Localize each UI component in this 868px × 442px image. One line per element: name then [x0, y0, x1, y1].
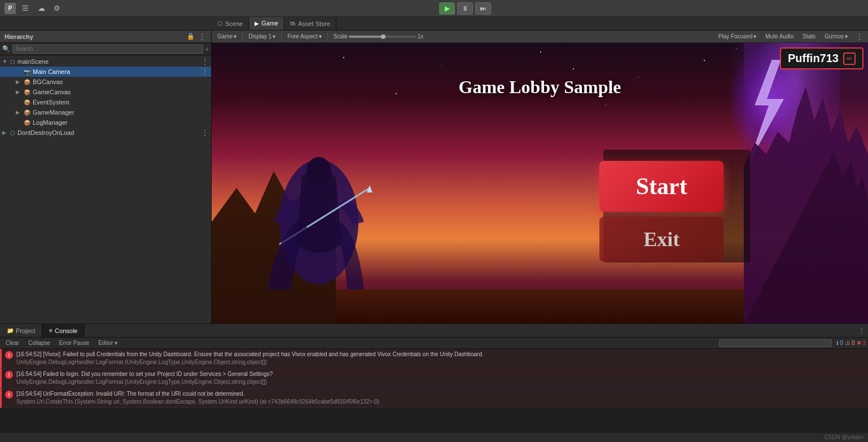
tree-item-logmanager[interactable]: ▶ 📦 LogManager	[0, 117, 211, 128]
tree-arrow-mainscene: ▼	[2, 59, 9, 64]
character-svg	[246, 132, 392, 312]
gameobj-icon-es: 📦	[24, 99, 30, 106]
tree-item-main-camera[interactable]: ▶ 📷 Main Camera ⋮	[0, 67, 211, 77]
game-toolbar-more-btn[interactable]: ⋮	[853, 32, 866, 41]
game-dropdown-arrow: ▾	[234, 33, 236, 40]
tab-console[interactable]: ≡ Console	[42, 324, 85, 337]
hierarchy-content: ▼ ⬡ mainScene ⋮ ▶ 📷 Main Camera ⋮ ▶ 📦 BG…	[0, 55, 211, 323]
mainscene-more-btn[interactable]: ⋮	[199, 57, 211, 66]
exit-button[interactable]: Exit	[599, 217, 724, 262]
arrow-bgcanvas: ▶	[16, 79, 23, 85]
tab-scene[interactable]: ⬡ Scene	[212, 17, 249, 30]
game-dropdown[interactable]: Game ▾	[214, 32, 240, 42]
tree-item-bgcanvas[interactable]: ▶ 📦 BGCanvas	[0, 77, 211, 87]
start-button[interactable]: Start	[599, 161, 724, 212]
display-dropdown[interactable]: Display 1 ▾	[245, 32, 279, 42]
console-text-2: [16:54:54] UriFormatException: Invalid U…	[16, 390, 865, 406]
tree-item-mainscene[interactable]: ▼ ⬡ mainScene ⋮	[0, 56, 211, 67]
play-focused-btn[interactable]: Play Focused ▾	[715, 32, 760, 42]
tab-asset-store[interactable]: 🛍 Asset Store	[284, 17, 336, 30]
hierarchy-more-btn[interactable]: ⋮	[198, 32, 207, 41]
playback-controls: ▶ ⏸ ⏭	[67, 2, 863, 15]
settings-btn[interactable]: ⚙	[51, 2, 63, 15]
aspect-dropdown-arrow: ▾	[319, 33, 322, 40]
toolbar-sep-1	[242, 33, 243, 41]
info-badge: ℹ 0	[836, 340, 843, 346]
hierarchy-search-row: 🔍 +	[0, 43, 211, 55]
gizmos-arrow: ▾	[845, 33, 848, 40]
error-icon-2: !	[5, 391, 13, 399]
bottom-panel: 📁 Project ≡ Console ⋮ Clear Collapse Err…	[0, 323, 868, 442]
play-button[interactable]: ▶	[439, 2, 455, 15]
hierarchy-lock-btn[interactable]: 🔒	[186, 32, 195, 41]
console-item-0[interactable]: ! [16:54:52] [Vivox]: Failed to pull Cre…	[0, 349, 868, 369]
console-toolbar: Clear Collapse Error Pause Editor ▾ ℹ 0 …	[0, 338, 868, 349]
project-tab-icon: 📁	[7, 327, 14, 334]
console-tab-icon: ≡	[49, 327, 52, 334]
scale-bar-fill	[349, 36, 383, 38]
console-clear-btn[interactable]: Clear	[2, 339, 23, 348]
right-rocks-svg	[744, 43, 868, 323]
svg-rect-4	[744, 43, 868, 323]
hierarchy-panel: Hierarchy 🔒 ⋮ 🔍 + ▼ ⬡ mainScene ⋮ ▶ 📷 Ma…	[0, 30, 212, 323]
tree-item-gamemanager[interactable]: ▶ 📦 GameManager	[0, 107, 211, 117]
arrow-dontdestroy: ▶	[2, 130, 9, 135]
unity-logo: P	[5, 3, 16, 14]
error-icon-0: !	[5, 351, 13, 359]
gizmos-btn[interactable]: Gizmos ▾	[821, 32, 851, 42]
scale-control: Scale 1x	[330, 32, 427, 42]
scene-icon: ⬡	[10, 59, 15, 65]
console-collapse-btn[interactable]: Collapse	[25, 339, 54, 348]
hierarchy-title: Hierarchy	[5, 33, 184, 40]
console-text-0: [16:54:52] [Vivox]: Failed to pull Crede…	[16, 351, 865, 366]
gameobj-icon-lm: 📦	[24, 120, 30, 126]
tree-item-eventsystem[interactable]: ▶ 📦 EventSystem	[0, 97, 211, 107]
console-search-input[interactable]	[719, 339, 832, 347]
game-view: Game Lobby Sample Puffin713 ✏	[212, 43, 868, 323]
tab-project[interactable]: 📁 Project	[0, 324, 42, 337]
bottom-tabs: 📁 Project ≡ Console ⋮	[0, 324, 868, 338]
puffin-username: Puffin713	[788, 52, 839, 65]
game-tab-icon: ▶	[255, 20, 259, 27]
mute-audio-btn[interactable]: Mute Audio	[762, 32, 797, 42]
game-view-toolbar: Game ▾ Display 1 ▾ Free Aspect ▾ Scale 1…	[212, 30, 868, 43]
console-error-pause-btn[interactable]: Error Pause	[56, 339, 93, 348]
puffin-edit-icon[interactable]: ✏	[843, 52, 856, 65]
tree-item-dontdestroy[interactable]: ▶ ⬡ DontDestroyOnLoad ⋮	[0, 128, 211, 138]
hierarchy-add-btn[interactable]: +	[205, 46, 209, 52]
console-item-2[interactable]: ! [16:54:54] UriFormatException: Invalid…	[0, 388, 868, 408]
tree-item-gamecanvas[interactable]: ▶ 📦 GameCanvas	[0, 87, 211, 97]
hierarchy-search-input[interactable]	[12, 45, 203, 54]
svg-point-1	[306, 157, 331, 185]
step-button[interactable]: ⏭	[475, 2, 491, 15]
pause-button[interactable]: ⏸	[457, 2, 473, 15]
toolbar-sep-3	[327, 33, 328, 41]
game-title: Game Lobby Sample	[458, 77, 621, 98]
cloud-btn[interactable]: ☁	[35, 2, 47, 15]
stats-btn[interactable]: Stats	[799, 32, 819, 42]
console-more-btn[interactable]: ⋮	[856, 326, 868, 335]
tab-game[interactable]: ▶ Game	[249, 17, 284, 30]
camera-icon: 📷	[24, 69, 30, 75]
dontdestroy-more-btn[interactable]: ⋮	[199, 128, 211, 137]
console-editor-btn[interactable]: Editor ▾	[95, 339, 121, 348]
search-icon: 🔍	[2, 45, 10, 52]
gameobj-icon-gm: 📦	[24, 110, 30, 116]
hierarchy-header: Hierarchy 🔒 ⋮	[0, 30, 211, 43]
console-item-1[interactable]: ! [16:54:54] Failed to login. Did you re…	[0, 369, 868, 388]
gameobj-icon-gc: 📦	[24, 89, 30, 95]
scene-icon-dd: ⬡	[10, 130, 15, 136]
scale-slider[interactable]	[349, 36, 417, 38]
console-text-1: [16:54:54] Failed to login. Did you reme…	[16, 370, 865, 386]
error-icon-1: !	[5, 371, 13, 379]
game-toolbar-right: Play Focused ▾ Mute Audio Stats Gizmos ▾…	[715, 32, 866, 42]
aspect-dropdown[interactable]: Free Aspect ▾	[284, 32, 325, 42]
toolbar-sep-2	[281, 33, 282, 41]
arrow-gamecanvas: ▶	[16, 89, 23, 95]
main-camera-more-btn[interactable]: ⋮	[199, 67, 211, 76]
console-content: ! [16:54:52] [Vivox]: Failed to pull Cre…	[0, 349, 868, 432]
console-badges: ℹ 0 ⚠ 0 ✖ 3	[836, 340, 866, 346]
toolbar-menu-btn[interactable]: ☰	[19, 2, 32, 15]
scale-dot	[381, 34, 385, 39]
scene-tab-icon: ⬡	[218, 20, 223, 27]
